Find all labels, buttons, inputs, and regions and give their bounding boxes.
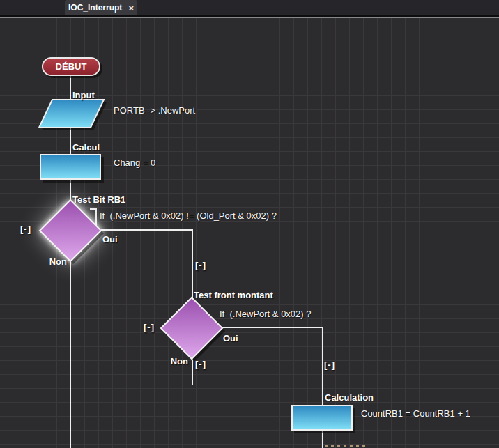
input-expression: PORTB -> .NewPort <box>114 105 195 116</box>
tab-ioc-interrupt[interactable]: IOC_Interrupt × <box>65 0 137 15</box>
input-title: Input <box>72 90 95 100</box>
decision2-yes-label: Oui <box>223 333 238 343</box>
decision1-node[interactable] <box>38 199 105 265</box>
calcul-node[interactable] <box>40 154 101 180</box>
decision2-title: Test front montant <box>194 290 273 300</box>
calculation-node[interactable] <box>291 405 353 431</box>
calculation-title: Calculation <box>325 392 374 403</box>
collapse-marker-no-branch2[interactable]: [-] <box>195 359 206 369</box>
close-icon[interactable]: × <box>128 3 134 13</box>
connector-decision1-yes-horizontal <box>101 229 193 231</box>
decision2-no-label: Non <box>149 356 188 366</box>
collapse-marker-decision2[interactable]: [-] <box>144 322 155 332</box>
decision1-condition: If (.NewPort & 0x02) != (Old_Port & 0x02… <box>100 210 277 221</box>
flowcode-window: IOC_Interrupt × DÉBUT Input <box>0 0 499 448</box>
collapse-marker-yes-branch2[interactable]: [-] <box>324 360 335 370</box>
calculation-expression: CountRB1 = CountRB1 + 1 <box>361 408 470 419</box>
input-node[interactable] <box>38 98 108 132</box>
tab-bar: IOC_Interrupt × <box>0 0 499 15</box>
calcul-expression: Chang = 0 <box>114 157 155 168</box>
clipped-next-label <box>325 445 368 447</box>
start-label: DÉBUT <box>56 61 87 72</box>
tab-label: IOC_Interrupt <box>68 3 122 13</box>
diamond-shape <box>161 298 222 359</box>
diamond-shape <box>40 200 101 261</box>
collapse-marker-decision1[interactable]: [-] <box>20 224 31 234</box>
decision2-condition: If (.NewPort & 0x02) ? <box>220 309 312 319</box>
start-node[interactable]: DÉBUT <box>42 57 100 76</box>
decision1-yes-label: Oui <box>102 234 118 245</box>
calcul-title: Calcul <box>72 142 100 153</box>
connector-decision2-yes-horizontal <box>222 327 323 328</box>
decision1-no-label: Non <box>28 256 67 267</box>
decision2-node[interactable] <box>160 296 227 363</box>
decision1-title: Test Bit RB1 <box>72 194 125 205</box>
collapse-marker-yes-branch1[interactable]: [-] <box>195 260 206 270</box>
flowchart-canvas[interactable]: DÉBUT Input PORTB -> .NewPort Calcul Cha… <box>0 18 499 448</box>
